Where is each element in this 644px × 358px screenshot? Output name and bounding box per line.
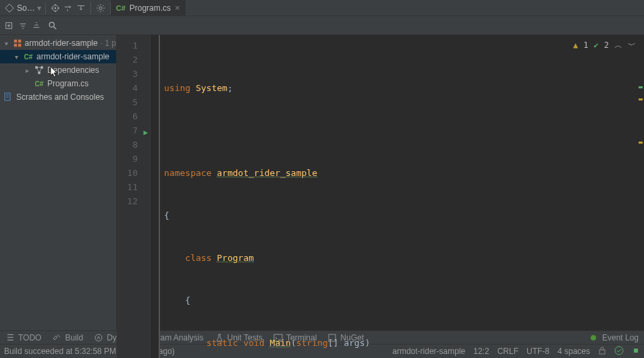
tree-label: armdot-rider-sample bbox=[36, 52, 109, 61]
settings-gear-icon[interactable] bbox=[95, 3, 106, 13]
tree-label: Program.cs bbox=[47, 79, 88, 88]
dependencies-icon bbox=[34, 65, 45, 76]
tree-solution-root[interactable]: ▾ armdot-rider-sample · 1 p bbox=[0, 36, 116, 50]
chevron-down-icon[interactable]: ﹀ bbox=[628, 38, 636, 53]
csproj-icon: C# bbox=[23, 51, 34, 62]
svg-point-1 bbox=[54, 7, 56, 9]
target-icon[interactable] bbox=[50, 3, 61, 13]
solution-icon bbox=[13, 38, 22, 49]
csharp-file-icon: C# bbox=[34, 78, 45, 89]
svg-point-4 bbox=[49, 22, 54, 27]
analysis-icon bbox=[94, 333, 103, 342]
svg-rect-5 bbox=[14, 40, 16, 42]
code-editor[interactable]: 123456789101112 ▶ using System; namespac… bbox=[117, 35, 644, 330]
mouse-cursor-icon bbox=[50, 66, 58, 78]
main-toolbar: So…▾ C# Program.cs × bbox=[0, 0, 644, 16]
tree-dependencies[interactable]: ▸ Dependencies bbox=[0, 63, 116, 77]
svg-point-2 bbox=[99, 6, 102, 9]
chevron-down-icon: ▾ bbox=[37, 3, 41, 13]
tool-todo[interactable]: ☰TODO bbox=[0, 333, 47, 342]
chevron-down-icon: ▾ bbox=[12, 53, 20, 61]
svg-rect-8 bbox=[18, 44, 20, 47]
add-icon[interactable] bbox=[4, 20, 15, 31]
line-gutter: 123456789101112 ▶ bbox=[117, 35, 151, 358]
chevron-right-icon: ▸ bbox=[23, 67, 31, 74]
csharp-icon: C# bbox=[116, 4, 126, 12]
check-icon: ✔ bbox=[594, 38, 599, 53]
step-into-icon[interactable] bbox=[76, 3, 86, 13]
svg-point-13 bbox=[95, 334, 102, 341]
run-gutter-icon[interactable]: ▶ bbox=[143, 125, 148, 140]
tree-scratches[interactable]: Scratches and Consoles bbox=[0, 90, 116, 104]
scratches-icon bbox=[3, 92, 14, 102]
tab-filename: Program.cs bbox=[130, 3, 171, 13]
tree-project[interactable]: ▾ C# armdot-rider-sample bbox=[0, 50, 116, 63]
project-toolbar bbox=[0, 16, 644, 35]
tree-file[interactable]: C# Program.cs bbox=[0, 77, 116, 90]
tree-suffix: · 1 p bbox=[101, 38, 116, 48]
rider-logo-icon bbox=[4, 3, 15, 13]
tree-label: Scratches and Consoles bbox=[16, 92, 104, 102]
inspection-tray[interactable]: ▲1 ✔2 ︿ ﹀ bbox=[573, 38, 636, 53]
collapse-icon[interactable] bbox=[31, 20, 42, 31]
search-icon[interactable] bbox=[47, 20, 58, 31]
chevron-up-icon[interactable]: ︿ bbox=[614, 38, 622, 53]
expand-icon[interactable] bbox=[18, 20, 28, 31]
hammer-icon bbox=[52, 333, 61, 342]
error-stripe[interactable] bbox=[637, 35, 644, 358]
fold-strip bbox=[151, 35, 160, 358]
project-sidebar: ▾ armdot-rider-sample · 1 p ▾ C# armdot-… bbox=[0, 35, 117, 330]
tool-build[interactable]: Build bbox=[47, 333, 88, 342]
chevron-down-icon: ▾ bbox=[3, 40, 10, 47]
editor-tab[interactable]: C# Program.cs × bbox=[111, 0, 186, 16]
tree-label: armdot-rider-sample bbox=[25, 38, 98, 48]
code-area[interactable]: using System; namespace armdot_rider_sam… bbox=[160, 35, 644, 358]
close-tab-icon[interactable]: × bbox=[175, 3, 180, 12]
step-over-icon[interactable] bbox=[63, 3, 74, 13]
svg-rect-6 bbox=[18, 40, 20, 42]
warning-icon: ▲ bbox=[573, 38, 578, 53]
todo-icon: ☰ bbox=[5, 333, 15, 342]
config-dropdown[interactable]: So… bbox=[17, 3, 35, 13]
svg-rect-7 bbox=[14, 44, 16, 47]
